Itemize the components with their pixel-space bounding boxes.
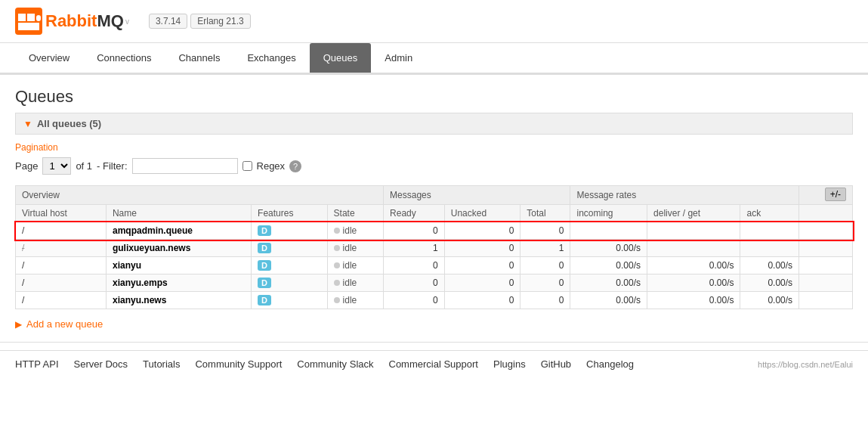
cell-incoming: 0.00/s	[570, 257, 647, 274]
cell-ack: 0.00/s	[740, 257, 799, 274]
header: RabbitMQv 3.7.14 Erlang 21.3	[0, 0, 868, 43]
col-ack: ack	[740, 205, 799, 222]
col-total: Total	[520, 205, 570, 222]
nav-admin[interactable]: Admin	[371, 43, 426, 73]
queue-name-link[interactable]: xianyu.news	[113, 295, 166, 305]
page-of: of 1	[76, 160, 92, 172]
state-dot-icon	[334, 245, 340, 251]
logo-text-mq: MQ	[97, 11, 123, 31]
cell-unacked: 0	[444, 240, 520, 257]
col-unacked: Unacked	[444, 205, 520, 222]
table-row[interactable]: / xianyu.news D idle 0 0 0 0.00/s 0.00/s…	[16, 292, 853, 309]
page-title: Queues	[15, 87, 853, 107]
cell-features: D	[252, 240, 328, 257]
svg-rect-1	[18, 14, 26, 21]
pagination-label: Pagination	[15, 142, 853, 153]
footer-link-commercial-support[interactable]: Commercial Support	[389, 358, 479, 370]
cell-virtual-host: /	[16, 240, 107, 257]
nav-queues[interactable]: Queues	[310, 43, 372, 73]
queue-name-link[interactable]: amqpadmin.queue	[113, 225, 193, 236]
rabbitmq-logo-icon	[15, 8, 42, 35]
footer-link-github[interactable]: GitHub	[541, 358, 571, 370]
logo-v: v	[125, 17, 129, 26]
nav-exchanges[interactable]: Exchanges	[233, 43, 309, 73]
table-row[interactable]: / amqpadmin.queue D idle 0 0 0	[16, 222, 853, 240]
footer-link-community-slack[interactable]: Community Slack	[297, 358, 373, 370]
footer-link-plugins[interactable]: Plugins	[493, 358, 526, 370]
footer-link-changelog[interactable]: Changelog	[586, 358, 634, 370]
footer-link-tutorials[interactable]: Tutorials	[143, 358, 180, 370]
cell-extra	[799, 222, 853, 240]
cell-name[interactable]: xianyu	[106, 257, 251, 274]
cell-incoming: 0.00/s	[570, 240, 647, 257]
cell-deliver-get	[647, 222, 740, 240]
col-ready: Ready	[384, 205, 445, 222]
virtual-host: /	[22, 295, 24, 305]
cell-unacked: 0	[444, 257, 520, 274]
cell-incoming	[570, 222, 647, 240]
nav-channels[interactable]: Channels	[165, 43, 233, 73]
add-queue-label[interactable]: Add a new queue	[26, 318, 103, 330]
col-virtual-host: Virtual host	[16, 205, 107, 222]
queue-name-link[interactable]: gulixueyuan.news	[113, 243, 190, 253]
cell-ack	[740, 222, 799, 240]
table-row[interactable]: / xianyu.emps D idle 0 0 0 0.00/s 0.00/s…	[16, 274, 853, 292]
cell-ready: 0	[384, 292, 445, 309]
nav-connections[interactable]: Connections	[83, 43, 165, 73]
footer-link-http-api[interactable]: HTTP API	[15, 358, 59, 370]
footer-link-server-docs[interactable]: Server Docs	[74, 358, 128, 370]
cell-name[interactable]: amqpadmin.queue	[106, 222, 251, 240]
cell-name[interactable]: gulixueyuan.news	[106, 240, 251, 257]
cell-unacked: 0	[444, 292, 520, 309]
feature-d-badge: D	[258, 243, 271, 253]
queue-name-link[interactable]: xianyu.emps	[113, 278, 168, 288]
cell-unacked: 0	[444, 222, 520, 240]
cell-virtual-host: /	[16, 274, 107, 292]
state-dot-icon	[334, 262, 340, 268]
state-dot-icon	[334, 228, 340, 234]
cell-extra	[799, 274, 853, 292]
help-badge[interactable]: ?	[289, 160, 301, 172]
cell-name[interactable]: xianyu.news	[106, 292, 251, 309]
pagination-controls: Page 1 of 1 - Filter: Regex ?	[15, 157, 853, 175]
table-row[interactable]: / gulixueyuan.news D idle 1 0 1 0.00/s	[16, 240, 853, 257]
cell-state: idle	[327, 222, 383, 240]
section-arrow-icon: ▼	[23, 119, 32, 129]
add-queue-section[interactable]: ▶ Add a new queue	[15, 318, 853, 330]
table-row[interactable]: / xianyu D idle 0 0 0 0.00/s 0.00/s 0.00…	[16, 257, 853, 274]
add-queue-arrow-icon: ▶	[15, 319, 22, 330]
section-label: All queues (5)	[37, 118, 101, 129]
state-idle: idle	[334, 278, 377, 288]
section-header[interactable]: ▼ All queues (5)	[15, 113, 853, 135]
cell-ready: 0	[384, 274, 445, 292]
feature-d-badge: D	[258, 295, 271, 305]
footer-link-community-support[interactable]: Community Support	[195, 358, 282, 370]
svg-rect-3	[18, 23, 39, 30]
cell-name[interactable]: xianyu.emps	[106, 274, 251, 292]
col-name: Name	[106, 205, 251, 222]
cell-features: D	[252, 222, 328, 240]
feature-d-badge: D	[258, 260, 271, 271]
cell-extra	[799, 292, 853, 309]
cell-state: idle	[327, 274, 383, 292]
pm-button[interactable]: +/-	[825, 188, 846, 201]
nav-overview[interactable]: Overview	[15, 43, 83, 73]
svg-rect-4	[36, 15, 41, 21]
virtual-host: /	[22, 225, 24, 236]
regex-label: Regex	[257, 160, 286, 172]
cell-virtual-host: /	[16, 257, 107, 274]
pm-btn-cell[interactable]: +/-	[799, 186, 853, 205]
cell-deliver-get	[647, 240, 740, 257]
col-incoming: incoming	[570, 205, 647, 222]
virtual-host: /	[22, 260, 24, 271]
state-idle: idle	[334, 243, 377, 253]
cell-ready: 0	[384, 222, 445, 240]
filter-input[interactable]	[132, 158, 238, 174]
feature-d-badge: D	[258, 225, 271, 236]
page-select[interactable]: 1	[42, 157, 71, 175]
erlang-badge: Erlang 21.3	[190, 14, 250, 29]
regex-checkbox[interactable]	[242, 161, 252, 171]
cell-ack: 0.00/s	[740, 274, 799, 292]
cell-total: 0	[520, 257, 570, 274]
queue-name-link[interactable]: xianyu	[113, 260, 141, 271]
